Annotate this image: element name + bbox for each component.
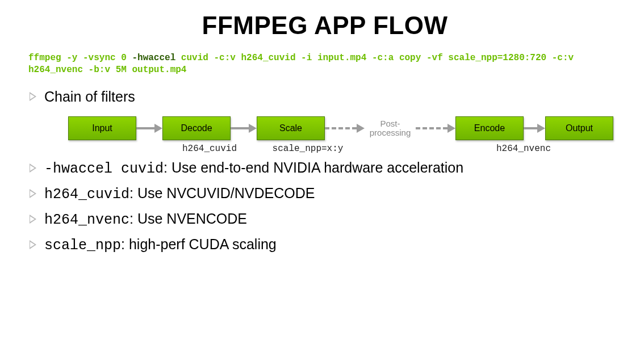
caption-scale: scale_npp=x:y: [257, 144, 359, 154]
bullet-desc: : high-perf CUDA scaling: [121, 236, 277, 252]
bullet-text: scale_npp: high-perf CUDA scaling: [44, 236, 277, 254]
chevron-right-icon: [30, 240, 36, 249]
bullet-text: Chain of filters: [44, 89, 135, 105]
chevron-right-icon: [30, 189, 36, 198]
chevron-right-icon: [30, 92, 36, 101]
flow-node-postprocessing: Post- processing: [365, 119, 416, 137]
bullet-hwaccel: -hwaccel cuvid: Use end-to-end NVIDIA ha…: [30, 160, 621, 177]
bullet-text: h264_nvenc: Use NVENCODE: [44, 211, 247, 228]
page-title: FFMPEG APP FLOW: [28, 11, 621, 40]
bullet-scalenpp: scale_npp: high-perf CUDA scaling: [30, 236, 621, 254]
caption-encode: h264_nvenc: [478, 144, 569, 154]
bullet-desc: : Use NVENCODE: [129, 211, 247, 226]
bullet-desc: : Use end-to-end NVIDIA hardware acceler…: [164, 160, 463, 175]
post-line1: Post-: [380, 119, 400, 128]
cmd-segment: ffmpeg -y -vsync 0: [28, 53, 132, 63]
flow-node-output: Output: [545, 116, 613, 140]
flow-node-decode: Decode: [162, 116, 231, 140]
flow-diagram: Input Decode Scale Post- processing Enco…: [68, 116, 621, 154]
flow-captions: h264_cuvid scale_npp=x:y h264_nvenc: [68, 144, 621, 154]
chevron-right-icon: [30, 163, 36, 173]
bullet-code: -hwaccel cuvid: [44, 161, 164, 177]
flow-node-encode: Encode: [455, 116, 524, 140]
bullet-cuvid: h264_cuvid: Use NVCUVID/NVDECODE: [30, 185, 621, 203]
chevron-right-icon: [30, 215, 36, 224]
bullet-text: -hwaccel cuvid: Use end-to-end NVIDIA ha…: [44, 160, 463, 177]
bullet-code: h264_nvenc: [44, 212, 129, 228]
bullet-nvenc: h264_nvenc: Use NVENCODE: [30, 211, 621, 228]
ffmpeg-command: ffmpeg -y -vsync 0 -hwaccel cuvid -c:v h…: [28, 52, 621, 76]
flow-node-scale: Scale: [257, 116, 325, 140]
arrow-dashed-icon: [416, 124, 455, 133]
arrow-dashed-icon: [325, 124, 365, 133]
caption-decode: h264_cuvid: [162, 144, 257, 154]
bullet-code: h264_cuvid: [44, 186, 129, 203]
bullet-desc: : Use NVCUVID/NVDECODE: [129, 185, 315, 201]
post-line2: processing: [370, 128, 411, 137]
arrow-icon: [231, 124, 257, 133]
flow-node-input: Input: [68, 116, 136, 140]
bullet-code: scale_npp: [44, 237, 121, 254]
cmd-segment-hwaccel: -hwaccel: [132, 53, 175, 63]
bullet-chain: Chain of filters: [30, 89, 621, 105]
arrow-icon: [136, 124, 162, 133]
bullet-text: h264_cuvid: Use NVCUVID/NVDECODE: [44, 185, 315, 203]
arrow-icon: [524, 124, 545, 133]
